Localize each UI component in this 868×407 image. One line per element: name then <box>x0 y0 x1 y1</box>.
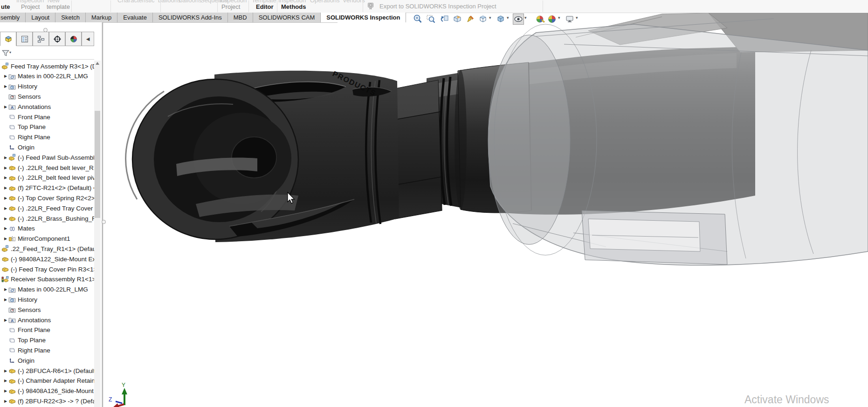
tree-row-top-plane[interactable]: Top Plane <box>0 122 98 132</box>
expand-arrow-icon[interactable]: ▶ <box>4 156 8 160</box>
menubar-item-editor[interactable]: Editor <box>256 3 274 10</box>
display-style-icon[interactable] <box>495 14 506 25</box>
tree-row-sensors[interactable]: Sensors <box>0 91 98 102</box>
tree-row-f-2bfu-r22-3-defaul[interactable]: ▶(f) 2BFU-R22<3> -> ? (Defaul <box>0 396 98 406</box>
expand-arrow-icon[interactable]: ▶ <box>4 176 8 180</box>
tree-row-chamber-adapter-retainin[interactable]: ▶(-) Chamber Adapter Retainin <box>0 376 98 386</box>
tree-row-origin[interactable]: Origin <box>0 142 98 152</box>
expand-arrow-icon[interactable]: ▶ <box>4 399 8 403</box>
ribbon-tab-markup[interactable]: Markup <box>86 13 117 22</box>
expand-arrow-icon[interactable]: ▶ <box>4 298 8 302</box>
expand-arrow-icon[interactable]: ▶ <box>4 206 8 210</box>
panel-tab-featuremanager[interactable] <box>0 32 16 46</box>
expand-arrow-icon[interactable]: ▶ <box>4 105 8 109</box>
tree-row-2bfuca-r6-1-default[interactable]: ▶(-) 2BFUCA-R6<1> (Default) <box>0 366 98 376</box>
tree-row-feed-tray-cover-pin-r3-1-d[interactable]: (-) Feed Tray Cover Pin R3<1> (D <box>0 264 96 274</box>
tree-row-22lr-belt-feed-lever-pivot[interactable]: ▶(-) .22LR_belt feed lever pivot <box>0 173 98 183</box>
apply-scene-icon[interactable] <box>546 14 558 25</box>
expand-arrow-icon[interactable]: ▶ <box>4 84 8 88</box>
filter-icon[interactable] <box>1 49 10 57</box>
expand-arrow-icon[interactable]: ▶ <box>4 318 8 322</box>
ribbon-tab-mbd[interactable]: MBD <box>228 13 253 22</box>
ribbon-tab-solidworks-add-ins[interactable]: SOLIDWORKS Add-Ins <box>153 13 228 22</box>
filter-dropdown-caret[interactable]: ▾ <box>9 50 11 54</box>
expand-arrow-icon[interactable]: ▶ <box>4 166 8 170</box>
annotation-views-icon[interactable] <box>465 14 476 25</box>
menubar-item-project[interactable]: Project <box>221 3 240 10</box>
ribbon-tab-solidworks-cam[interactable]: SOLIDWORKS CAM <box>253 13 321 22</box>
hide-show-items-dropdown-caret[interactable]: ▾ <box>524 15 527 20</box>
scrollbar-thumb[interactable] <box>95 111 100 218</box>
expand-arrow-icon[interactable]: ▶ <box>4 74 8 78</box>
tree-row-f-2ftc-r21-2-default[interactable]: ▶(f) 2FTC-R21<2> (Default) << <box>0 183 98 193</box>
expand-arrow-icon[interactable]: ▶ <box>4 196 8 200</box>
tree-row-origin[interactable]: Origin <box>0 355 98 366</box>
panel-collapse-handle[interactable] <box>102 220 106 224</box>
panel-tab-displaymanager[interactable] <box>65 32 82 46</box>
panel-tab-propertymanager[interactable] <box>16 32 33 46</box>
view-settings-dropdown-caret[interactable]: ▾ <box>576 15 578 20</box>
tree-row-front-plane[interactable]: Front Plane <box>0 112 98 122</box>
expand-arrow-icon[interactable]: ▶ <box>4 237 8 241</box>
tree-row-mates-in-000-22lr-lmg[interactable]: ▶Mates in 000-22LR_LMG <box>0 71 98 81</box>
tree-row-feed-pawl-sub-assembly[interactable]: ▶(-) Feed Pawl Sub-Assembly <box>0 152 98 163</box>
scrollbar-up-arrow[interactable] <box>96 62 99 65</box>
menubar-item-project[interactable]: Project <box>21 3 40 10</box>
section-view-icon[interactable] <box>452 14 463 25</box>
ribbon-tab-sketch[interactable]: Sketch <box>55 13 86 22</box>
receiver-model[interactable] <box>488 13 868 265</box>
display-style-dropdown-caret[interactable]: ▾ <box>507 15 509 20</box>
expand-arrow-icon[interactable]: ▶ <box>4 379 8 383</box>
view-orientation-dropdown-caret[interactable]: ▾ <box>489 15 491 20</box>
zoom-to-area-icon[interactable] <box>425 14 436 25</box>
apply-scene-dropdown-caret[interactable]: ▾ <box>558 15 560 20</box>
export-inspection-project-button[interactable]: Export to SOLIDWORKS Inspection Project <box>363 0 542 13</box>
ribbon-tab-layout[interactable]: Layout <box>26 13 55 22</box>
view-orientation-icon[interactable] <box>477 14 489 25</box>
panel-tab-overflow[interactable]: ◀ <box>82 32 94 46</box>
tree-row-receiver-subassembly-r1-1-de[interactable]: Receiver Subassembly R1<1> (De <box>0 274 96 285</box>
tree-row-mates-in-000-22lr-lmg[interactable]: ▶Mates in 000-22LR_LMG <box>0 285 98 295</box>
menubar-item-methods[interactable]: Methods <box>281 3 306 10</box>
menubar-item-ute[interactable]: ute <box>1 3 10 10</box>
tree-row-98408a122-side-mount-exter[interactable]: (-) 98408A122_Side-Mount Exter <box>0 254 96 264</box>
tree-scrollbar[interactable] <box>94 61 101 407</box>
tree-row-front-plane[interactable]: Front Plane <box>0 325 98 335</box>
tree-row-right-plane[interactable]: Right Plane <box>0 345 98 355</box>
tree-row-feed-tray-assembly-r3-1-defa[interactable]: Feed Tray Assembly R3<1> (Defa <box>0 61 96 71</box>
expand-arrow-icon[interactable]: ▶ <box>4 226 8 231</box>
tree-filter-row[interactable]: ▾ <box>0 47 93 59</box>
hide-show-items-icon[interactable] <box>513 14 524 25</box>
previous-view-icon[interactable] <box>439 14 450 25</box>
flash-hider-model[interactable]: PRODUCTS <box>126 69 442 242</box>
expand-arrow-icon[interactable]: ▶ <box>4 186 8 190</box>
tree-row-annotations[interactable]: ▶AAnnotations <box>0 102 98 112</box>
tree-row-22lr-brass-bushing-r3[interactable]: ▶(-) .22LR_Brass_Bushing_R3< <box>0 213 98 224</box>
tree-row-22lr-feed-tray-cover-to[interactable]: ▶(-) .22LR_Feed Tray Cover To <box>0 203 98 213</box>
expand-arrow-icon[interactable]: ▶ <box>4 389 8 393</box>
tree-row-right-plane[interactable]: Right Plane <box>0 132 98 142</box>
expand-arrow-icon[interactable]: ▶ <box>4 369 8 373</box>
tree-row-annotations[interactable]: ▶AAnnotations <box>0 315 98 325</box>
panel-tab-configurationmanager[interactable] <box>33 32 49 46</box>
edit-appearance-icon[interactable] <box>535 14 546 25</box>
tree-row-22-feed-tray-r1-1-default[interactable]: .22_Feed_Tray_R1<1> (Default) < <box>0 244 96 254</box>
menubar-item-template[interactable]: template <box>47 3 70 10</box>
ribbon-tab-sembly[interactable]: sembly <box>0 13 26 22</box>
tree-row-98408a126-side-mount-e[interactable]: ▶(-) 98408A126_Side-Mount E <box>0 386 98 396</box>
ribbon-tab-evaluate[interactable]: Evaluate <box>117 13 153 22</box>
tree-row-top-cover-spring-r2-2[interactable]: ▶(-) Top Cover Spring R2<2> ( <box>0 193 98 203</box>
expand-arrow-icon[interactable]: ▶ <box>4 287 8 292</box>
expand-arrow-icon[interactable]: ▶ <box>4 217 8 221</box>
tree-row-top-plane[interactable]: Top Plane <box>0 335 98 346</box>
viewport-3d[interactable]: PRODUCTS Y Z <box>0 0 868 407</box>
tree-row-22lr-feed-belt-lever-r18[interactable]: ▶(-) .22LR_feed belt lever_R18< <box>0 163 98 173</box>
tree-row-history[interactable]: ▶History <box>0 81 98 92</box>
zoom-to-fit-icon[interactable] <box>412 14 423 25</box>
tree-row-history[interactable]: ▶History <box>0 294 98 305</box>
tree-row-mates[interactable]: ▶Mates <box>0 224 98 234</box>
tree-row-mirrorcomponent1[interactable]: ▶MirrorComponent1 <box>0 234 98 244</box>
ribbon-tab-solidworks-inspection[interactable]: SOLIDWORKS Inspection <box>321 13 406 22</box>
tree-row-sensors[interactable]: Sensors <box>0 305 98 315</box>
view-settings-icon[interactable] <box>564 14 575 25</box>
